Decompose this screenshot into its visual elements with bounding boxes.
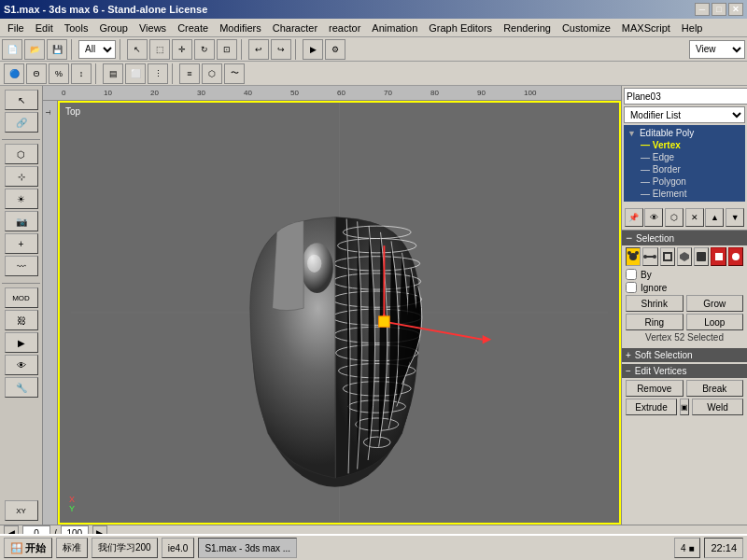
- menu-character[interactable]: Character: [267, 21, 323, 35]
- view-dropdown[interactable]: View: [689, 40, 745, 59]
- remove-button[interactable]: Remove: [626, 380, 684, 397]
- edit-vertices-header[interactable]: − Edit Vertices: [622, 364, 747, 378]
- shrink-button[interactable]: Shrink: [626, 295, 684, 312]
- move-btn[interactable]: ✛: [172, 39, 192, 60]
- maximize-button[interactable]: □: [712, 3, 726, 16]
- menu-views[interactable]: Views: [134, 21, 172, 35]
- viewport[interactable]: Top: [58, 101, 621, 525]
- render-btn[interactable]: ▶: [303, 39, 323, 60]
- taskbar-item-3dsmax[interactable]: S1.max - 3ds max ...: [198, 538, 297, 558]
- menu-group[interactable]: Group: [93, 21, 134, 35]
- taskbar-item-learn[interactable]: 我们学习200: [92, 538, 158, 558]
- weld-button[interactable]: Weld: [692, 399, 743, 415]
- select-region-btn[interactable]: ⬚: [149, 39, 170, 60]
- stack-sub-element[interactable]: — Element: [626, 188, 743, 200]
- vertex-select-icon[interactable]: [626, 247, 641, 266]
- rotate-btn[interactable]: ↻: [194, 39, 215, 60]
- xy-label[interactable]: XY: [5, 500, 38, 521]
- stack-sub-border[interactable]: — Border: [626, 163, 743, 175]
- right-icon-delete[interactable]: ✕: [685, 208, 704, 227]
- start-button[interactable]: 🪟 开始: [4, 538, 52, 558]
- sep5: [95, 63, 99, 84]
- soft-selection-header[interactable]: + Soft Selection: [622, 348, 747, 362]
- ignore-checkbox[interactable]: [626, 282, 637, 293]
- render-settings-btn[interactable]: ⚙: [325, 39, 345, 60]
- extra-sel-icon2[interactable]: [728, 247, 743, 266]
- new-button[interactable]: 📄: [2, 39, 22, 60]
- extrude-button[interactable]: Extrude: [626, 399, 677, 415]
- left-tool-modify[interactable]: MOD: [5, 287, 38, 308]
- right-icon-pin[interactable]: 📌: [625, 208, 643, 227]
- edge-select-icon[interactable]: [642, 247, 657, 266]
- save-button[interactable]: 💾: [47, 39, 67, 60]
- menu-graph-editors[interactable]: Graph Editors: [423, 21, 498, 35]
- left-tool-link[interactable]: 🔗: [5, 112, 38, 133]
- by-checkbox[interactable]: [626, 269, 637, 280]
- schematic-btn[interactable]: ⬡: [202, 63, 222, 84]
- left-tool-hierarchy[interactable]: ⛓: [5, 310, 38, 330]
- selection-header[interactable]: − Selection: [622, 231, 747, 245]
- menu-create[interactable]: Create: [172, 21, 214, 35]
- taskbar-item-4[interactable]: 4 ■: [674, 538, 700, 558]
- spinner-snap-btn[interactable]: ↕: [71, 63, 92, 84]
- align-btn[interactable]: ▤: [103, 63, 123, 84]
- left-tool-motion[interactable]: ▶: [5, 332, 38, 353]
- array-btn[interactable]: ⋮: [148, 63, 168, 84]
- left-tool-display[interactable]: 👁: [5, 355, 38, 375]
- left-tool-select[interactable]: ↖: [5, 90, 38, 110]
- left-tool-spacewarps[interactable]: 〰: [5, 256, 38, 276]
- menu-maxscript[interactable]: MAXScript: [616, 21, 676, 35]
- polygon-select-icon[interactable]: [677, 247, 692, 266]
- angle-snap-btn[interactable]: Θ: [26, 63, 47, 84]
- menu-tools[interactable]: Tools: [59, 21, 94, 35]
- extra-sel-icon1[interactable]: [711, 247, 726, 266]
- curve-editor-btn[interactable]: 〜: [224, 63, 245, 84]
- right-icon-eye[interactable]: 👁: [644, 208, 663, 227]
- stack-editable-poly[interactable]: ▼ Editable Poly: [626, 127, 743, 139]
- modifier-list-dropdown[interactable]: Modifier List: [624, 106, 745, 123]
- menu-customize[interactable]: Customize: [557, 21, 616, 35]
- select-btn[interactable]: ↖: [127, 39, 148, 60]
- open-button[interactable]: 📂: [24, 39, 45, 60]
- menu-edit[interactable]: Edit: [30, 21, 59, 35]
- menu-help[interactable]: Help: [676, 21, 709, 35]
- border-select-icon[interactable]: [660, 247, 675, 266]
- snap-toggle-btn[interactable]: 🔵: [4, 63, 24, 84]
- break-button[interactable]: Break: [686, 380, 744, 397]
- object-name-input[interactable]: [624, 88, 747, 105]
- left-tool-create-light[interactable]: ☀: [5, 189, 38, 209]
- mirror-btn[interactable]: ⬜: [125, 63, 146, 84]
- ring-button[interactable]: Ring: [626, 314, 684, 330]
- element-select-icon[interactable]: [694, 247, 709, 266]
- right-panel: Modifier List ▼ Editable Poly — Vertex —…: [621, 86, 747, 525]
- close-button[interactable]: ✕: [728, 3, 743, 16]
- menu-file[interactable]: File: [2, 21, 30, 35]
- menu-animation[interactable]: Animation: [366, 21, 423, 35]
- stack-sub-vertex[interactable]: — Vertex: [626, 139, 743, 151]
- scale-btn[interactable]: ⊡: [217, 39, 237, 60]
- menu-rendering[interactable]: Rendering: [498, 21, 557, 35]
- taskbar-item-ie[interactable]: ie4.0: [162, 538, 195, 558]
- stack-sub-edge[interactable]: — Edge: [626, 151, 743, 163]
- loop-button[interactable]: Loop: [686, 314, 744, 330]
- undo-btn[interactable]: ↩: [248, 39, 269, 60]
- left-tool-utilities[interactable]: 🔧: [5, 377, 38, 398]
- taskbar-item-standard[interactable]: 标准: [56, 538, 88, 558]
- redo-btn[interactable]: ↪: [271, 39, 291, 60]
- menu-modifiers[interactable]: Modifiers: [214, 21, 267, 35]
- right-icon-move-down[interactable]: ▼: [726, 208, 744, 227]
- selection-filter-dropdown[interactable]: All: [78, 40, 116, 59]
- right-icon-move-up[interactable]: ▲: [705, 208, 724, 227]
- right-icon-wire[interactable]: ⬡: [665, 208, 684, 227]
- percent-snap-btn[interactable]: %: [49, 63, 69, 84]
- left-tool-create-geo[interactable]: ⬡: [5, 144, 38, 164]
- extrude-settings-btn[interactable]: ▣: [680, 399, 689, 415]
- left-tool-helpers[interactable]: +: [5, 233, 38, 254]
- left-tool-create-camera[interactable]: 📷: [5, 211, 38, 231]
- stack-sub-polygon[interactable]: — Polygon: [626, 175, 743, 188]
- layer-mgr-btn[interactable]: ≡: [179, 63, 200, 84]
- left-tool-create-shape[interactable]: ⊹: [5, 166, 38, 187]
- menu-reactor[interactable]: reactor: [323, 21, 366, 35]
- grow-button[interactable]: Grow: [686, 295, 744, 312]
- minimize-button[interactable]: ─: [695, 3, 710, 16]
